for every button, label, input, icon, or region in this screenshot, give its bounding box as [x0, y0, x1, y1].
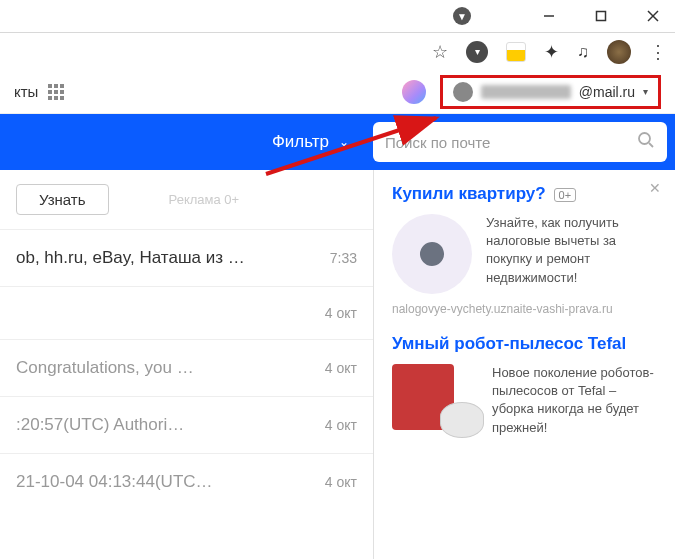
close-ad-icon[interactable]: ✕	[649, 180, 661, 196]
mail-date: 4 окт	[315, 417, 357, 433]
ad-text: Узнайте, как получить налоговые вычеты з…	[486, 214, 657, 294]
assistant-orb-icon[interactable]	[402, 80, 426, 104]
mail-subject: 21-10-04 04:13:44(UTC…	[16, 472, 213, 492]
keys-icon	[392, 214, 472, 294]
profile-avatar[interactable]	[607, 40, 631, 64]
ad-text: Новое поколение роботов-пылесосов от Tef…	[492, 364, 657, 437]
yandex-flag-icon[interactable]	[506, 42, 526, 62]
mail-subject: Congratulations, you …	[16, 358, 194, 378]
browser-menu-icon[interactable]: ⋮	[649, 41, 667, 63]
apps-grid-icon[interactable]	[48, 84, 64, 100]
mail-subject: :20:57(UTC) Authori…	[16, 415, 184, 435]
robot-vacuum-icon	[392, 364, 478, 436]
ad-title: Купили квартиру?	[392, 184, 546, 203]
filter-button[interactable]: Фильтр ⌄	[248, 132, 373, 152]
mail-date: 4 окт	[315, 360, 357, 376]
mail-subject: ob, hh.ru, eBay, Наташа из …	[16, 248, 245, 268]
ad-title: Умный робот-пылесос Tefal	[392, 334, 626, 353]
music-icon[interactable]: ♫	[577, 43, 589, 61]
mail-row[interactable]: :20:57(UTC) Authori…4 окт	[0, 396, 373, 453]
maximize-button[interactable]	[587, 10, 615, 22]
dropdown-indicator[interactable]: ▼	[453, 7, 471, 25]
age-badge: 0+	[554, 188, 577, 202]
minimize-button[interactable]	[535, 10, 563, 22]
svg-line-5	[649, 143, 653, 147]
close-button[interactable]	[639, 9, 667, 23]
mail-date: 4 окт	[315, 474, 357, 490]
mail-row[interactable]: Congratulations, you …4 окт	[0, 339, 373, 396]
mail-list: Узнать Реклама 0+ ob, hh.ru, eBay, Наташ…	[0, 170, 374, 559]
mail-row[interactable]: 21-10-04 04:13:44(UTC…4 окт	[0, 453, 373, 510]
mail-date: 7:33	[320, 250, 357, 266]
user-name-blurred	[481, 85, 571, 99]
mail-row[interactable]: 4 окт	[0, 286, 373, 339]
svg-rect-1	[597, 12, 606, 21]
mail-date: 4 окт	[315, 305, 357, 321]
ad-block-1[interactable]: Купили квартиру? 0+ Узнайте, как получит…	[392, 184, 657, 316]
browser-badge-icon[interactable]: ▾	[466, 41, 488, 63]
caret-down-icon: ▾	[643, 86, 648, 97]
ads-sidebar: ✕ Купили квартиру? 0+ Узнайте, как получ…	[374, 170, 675, 559]
bookmark-star-icon[interactable]: ☆	[432, 41, 448, 63]
filter-label: Фильтр	[272, 132, 329, 152]
chevron-down-icon: ⌄	[339, 135, 349, 149]
user-account-box[interactable]: @mail.ru ▾	[440, 75, 661, 109]
extensions-icon[interactable]: ✦	[544, 41, 559, 63]
ad-source: nalogovye-vychety.uznaite-vashi-prava.ru	[392, 302, 657, 316]
projects-label[interactable]: кты	[14, 83, 38, 100]
search-box[interactable]	[373, 122, 667, 162]
user-avatar-icon	[453, 82, 473, 102]
mail-row[interactable]: ob, hh.ru, eBay, Наташа из …7:33	[0, 229, 373, 286]
user-email-suffix: @mail.ru	[579, 84, 635, 100]
svg-point-4	[639, 133, 650, 144]
search-icon[interactable]	[637, 131, 655, 154]
search-input[interactable]	[385, 134, 637, 151]
ad-label: Реклама 0+	[169, 192, 240, 207]
ad-block-2[interactable]: Умный робот-пылесос Tefal Новое поколени…	[392, 334, 657, 437]
learn-button[interactable]: Узнать	[16, 184, 109, 215]
